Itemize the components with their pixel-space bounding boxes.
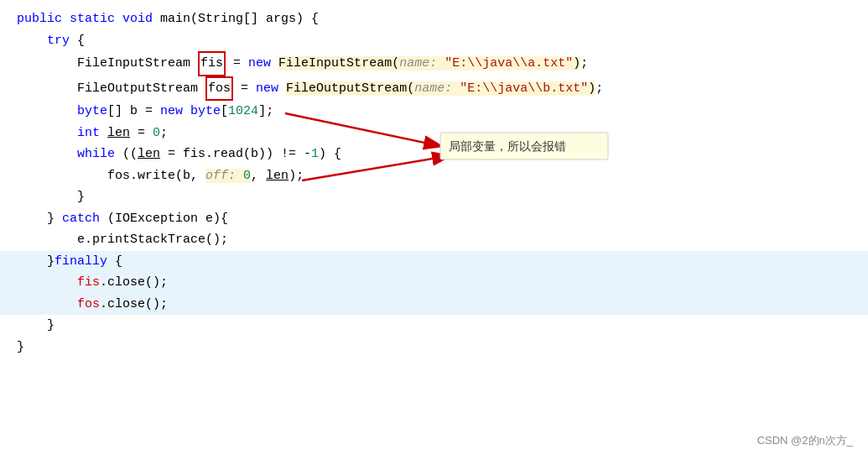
code-line-16: } <box>17 337 851 358</box>
code-line-9: } <box>17 186 851 208</box>
code-line-10: } catch (IOException e){ <box>17 208 851 230</box>
code-line-8: fos.write(b, off: 0, len); <box>17 165 851 187</box>
code-line-13: fis.close(); <box>0 272 868 294</box>
code-line-4: FileOutputStream fos = new FileOutputStr… <box>17 76 851 102</box>
code-container: public static void main(String[] args) {… <box>0 0 868 460</box>
code-line-1: public static void main(String[] args) { <box>17 8 851 30</box>
code-line-12: }finally { <box>0 251 868 273</box>
code-line-5: byte[] b = new byte[1024]; <box>17 101 851 123</box>
code-line-3: FileInputStream fis = new FileInputStrea… <box>17 51 851 76</box>
code-line-15: } <box>17 315 851 337</box>
code-line-2: try { <box>17 30 851 52</box>
watermark: CSDN @2的n次方_ <box>757 431 853 450</box>
code-line-7: while ((len = fis.read(b)) != -1) { <box>17 144 851 165</box>
code-line-14: fos.close(); <box>0 294 868 316</box>
code-line-11: e.printStackTrace(); <box>17 229 851 251</box>
code-line-6: int len = 0; <box>17 123 851 144</box>
